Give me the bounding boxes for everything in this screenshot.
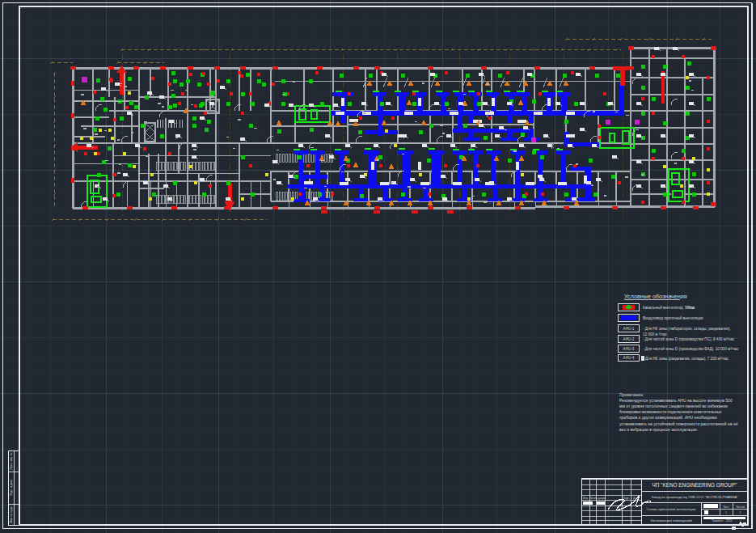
svg-text:1: 1	[725, 511, 727, 514]
svg-text:AHU-2: AHU-2	[623, 337, 635, 341]
svg-text:Ташкент - 2021: Ташкент - 2021	[712, 519, 732, 522]
svg-text:Изм: Изм	[583, 497, 588, 500]
svg-text:вес и вибрации в процессе эксп: вес и вибрации в процессе эксплуатации .	[619, 427, 699, 432]
svg-text:Взам. инв. №: Взам. инв. №	[10, 452, 13, 469]
svg-text:устанавливать на устойчивой по: устанавливать на устойчивой поверхности …	[619, 421, 738, 426]
svg-text:AHU-3: AHU-3	[623, 347, 635, 351]
svg-text:12 000 м ³/час: 12 000 м ³/час	[643, 332, 668, 336]
svg-text:Условные обозначения: Условные обозначения	[624, 293, 687, 300]
svg-text:Схема приточной вентиляции: Схема приточной вентиляции	[647, 507, 696, 511]
svg-text:ЧП "KENO ENGINEERING GROUP": ЧП "KENO ENGINEERING GROUP"	[652, 482, 737, 488]
svg-text:мм от уровня потолочных сэндви: мм от уровня потолочных сэндвич-панелей …	[619, 404, 728, 408]
svg-text:блокировки возможности подключ: блокировки возможности подключения освет…	[619, 409, 722, 414]
svg-text:1: 1	[740, 511, 741, 514]
svg-text:Воздуховод приточной вентиляци: Воздуховод приточной вентиляции	[643, 315, 703, 320]
svg-text:Экспликация помещений: Экспликация помещений	[650, 518, 692, 522]
svg-text:приборов и других коммуникаций: приборов и других коммуникаций. AHU необ…	[619, 415, 717, 420]
svg-text:Подп. и дата: Подп. и дата	[10, 480, 13, 496]
svg-text:Для НК зоны (раздевалки, склад: Для НК зоны (раздевалки, склады), 7 200 …	[645, 357, 729, 361]
svg-text:Подп.: Подп.	[623, 497, 630, 500]
svg-text:Инв. № подл.: Инв. № подл.	[10, 506, 13, 522]
svg-text:AHU-1: AHU-1	[623, 327, 635, 331]
svg-text:Лист: Лист	[723, 506, 729, 509]
svg-text:- Для чистой зоны D (производс: - Для чистой зоны D (производство БАД), …	[643, 346, 739, 351]
svg-text:Примечание:: Примечание:	[619, 392, 644, 397]
svg-text:№ докум.: № докум.	[594, 497, 606, 500]
svg-text:- Для чистой зоны D (производс: - Для чистой зоны D (производство ПС), 8…	[643, 336, 735, 341]
svg-text:Листов: Листов	[736, 506, 745, 509]
svg-text:AHU-4: AHU-4	[623, 356, 635, 360]
svg-text:Рекомендуется устанавливать AH: Рекомендуется устанавливать AHU на высот…	[619, 398, 733, 403]
svg-text:Завод по производству ТИВ ООО: Завод по производству ТИВ ООО "BIOTRON P…	[651, 495, 738, 499]
svg-text:- Для НК зоны (лаборатория, ск: - Для НК зоны (лаборатория, склады, разд…	[643, 327, 731, 331]
svg-text:³/час: ³/час	[686, 306, 695, 310]
